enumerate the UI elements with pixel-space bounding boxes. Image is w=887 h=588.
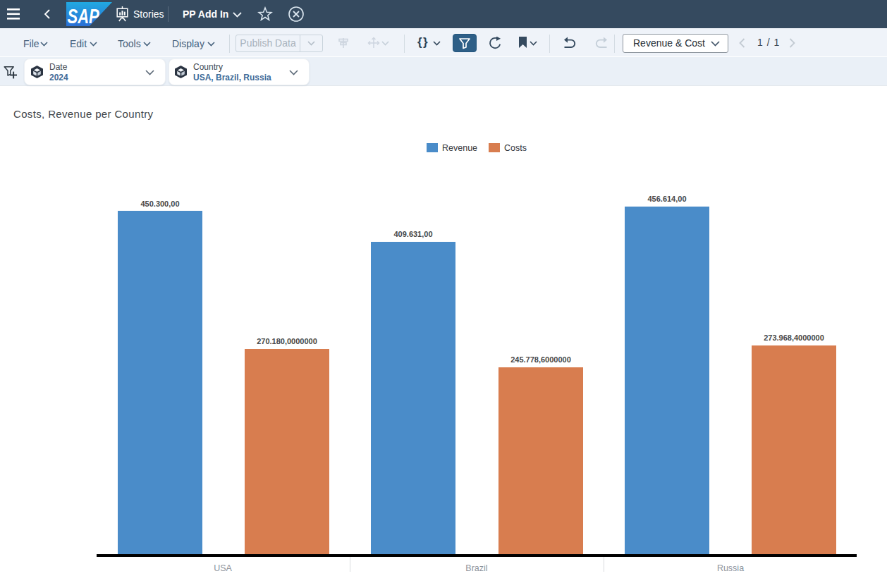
svg-text:SAP: SAP [68,5,100,26]
